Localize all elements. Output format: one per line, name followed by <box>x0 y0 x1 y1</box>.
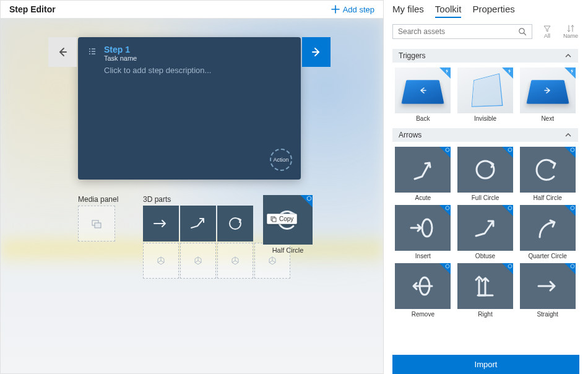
part-slot-empty[interactable] <box>217 243 253 279</box>
copy-icon <box>270 216 277 222</box>
arrow-left-icon <box>56 46 69 58</box>
section-arrows-title: Arrows <box>399 131 422 139</box>
media-panel-slot[interactable] <box>78 206 115 241</box>
asset-label: Insert <box>415 253 431 259</box>
search-filter-row: All Name <box>392 24 579 39</box>
next-step-button[interactable] <box>302 37 331 67</box>
asset-arrow-straight[interactable]: Straight <box>518 263 577 318</box>
asset-label: Next <box>541 115 554 122</box>
arrow-obtuse-icon <box>188 213 209 234</box>
arrow-right-icon <box>310 46 322 58</box>
filter-all-label: All <box>544 33 550 39</box>
asset-3d-badge <box>300 195 313 207</box>
section-triggers-header[interactable]: Triggers <box>392 49 578 63</box>
step-editor-panel: Step Editor Add step Step 1 Task name Cl… <box>0 0 384 374</box>
sort-name[interactable]: Name <box>562 24 579 39</box>
asset-trigger-next[interactable]: Next <box>518 67 577 122</box>
cube-icon <box>445 206 450 211</box>
cube-icon <box>508 206 512 211</box>
step-editor-header: Step Editor Add step <box>1 1 383 19</box>
search-input[interactable] <box>398 27 518 36</box>
cube-icon <box>508 147 512 152</box>
asset-arrow-quartercircle[interactable]: Quarter Circle <box>518 205 577 259</box>
cube-icon <box>306 196 312 201</box>
arrow-straight-icon <box>532 271 563 302</box>
cube-icon <box>445 264 450 269</box>
part-slot-empty[interactable] <box>143 243 179 279</box>
section-arrows-header[interactable]: Arrows <box>392 128 578 142</box>
step-editor-title: Step Editor <box>9 4 56 14</box>
asset-label: Half Circle <box>534 194 562 201</box>
arrow-right-angle-icon <box>470 271 501 302</box>
tab-toolkit[interactable]: Toolkit <box>435 4 462 18</box>
asset-label: Right <box>478 311 492 318</box>
search-icon[interactable] <box>518 27 527 36</box>
svg-point-5 <box>519 28 524 33</box>
asset-arrow-remove[interactable]: Remove <box>394 263 452 318</box>
dragged-asset[interactable]: Copy Half Circle <box>263 195 313 254</box>
asset-arrow-halfcircle[interactable]: Half Circle <box>518 147 577 201</box>
cube-icon <box>508 264 512 269</box>
part-tile-arrow-straight[interactable] <box>143 206 179 241</box>
step-card[interactable]: Step 1 Task name Click to add step descr… <box>78 37 301 180</box>
asset-trigger-back[interactable]: Back <box>394 67 452 122</box>
add-step-button[interactable]: Add step <box>331 5 374 14</box>
arrow-acute-icon <box>407 154 438 185</box>
chevron-up-icon <box>564 131 572 139</box>
cube-outline-icon <box>231 256 240 265</box>
arrow-right-icon <box>541 85 554 95</box>
assets-panel: My files Toolkit Properties All Name Tri… <box>384 0 588 374</box>
sections-scroll[interactable]: Triggers Back Invisible Next <box>392 49 579 355</box>
svg-point-7 <box>422 219 432 237</box>
asset-label: Straight <box>537 311 558 318</box>
asset-trigger-invisible[interactable]: Invisible <box>456 67 515 122</box>
asset-arrow-insert[interactable]: Insert <box>394 205 452 259</box>
arrow-straight-icon <box>150 213 171 234</box>
cube-icon <box>570 147 575 152</box>
previous-step-button[interactable] <box>48 37 77 67</box>
cube-icon <box>570 264 575 269</box>
cube-icon <box>570 206 575 211</box>
import-button-label: Import <box>475 360 498 369</box>
import-button[interactable]: Import <box>392 355 579 374</box>
step-description-input[interactable]: Click to add step description... <box>104 66 291 75</box>
action-badge-label: Action <box>273 157 288 163</box>
tab-properties[interactable]: Properties <box>472 4 514 18</box>
arrow-left-icon <box>417 85 430 95</box>
arrow-obtuse-icon <box>470 212 501 243</box>
asset-arrow-fullcircle[interactable]: Full Circle <box>456 147 515 201</box>
search-box[interactable] <box>392 24 532 39</box>
bolt-icon <box>444 69 449 74</box>
bolt-icon <box>569 69 574 74</box>
action-badge[interactable]: Action <box>270 149 292 171</box>
arrow-fullcircle-icon <box>470 154 501 185</box>
asset-label: Quarter Circle <box>529 253 567 259</box>
3d-parts-label: 3D parts <box>143 195 171 204</box>
step-canvas: Step 1 Task name Click to add step descr… <box>1 19 383 373</box>
arrow-remove-icon <box>407 271 438 302</box>
filter-all[interactable]: All <box>538 24 556 39</box>
step-title[interactable]: Step 1 <box>104 45 137 54</box>
tab-my-files[interactable]: My files <box>392 4 424 18</box>
part-tile-arrow-obtuse[interactable] <box>180 206 216 241</box>
media-panel-label: Media panel <box>78 195 118 204</box>
part-slot-empty[interactable] <box>180 243 216 279</box>
part-tile-arrow-fullcircle[interactable] <box>217 206 253 241</box>
asset-arrow-right[interactable]: Right <box>456 263 515 318</box>
3d-parts-row-filled <box>143 206 253 241</box>
add-step-label: Add step <box>343 5 374 14</box>
step-header-row: Step 1 Task name <box>88 45 291 62</box>
cube-outline-icon <box>268 256 277 265</box>
arrow-fullcircle-icon <box>225 213 246 234</box>
arrow-insert-icon <box>407 212 438 243</box>
arrow-halfcircle-icon <box>532 154 563 185</box>
asset-label: Full Circle <box>472 194 499 201</box>
dragged-asset-box: Copy <box>263 195 313 245</box>
asset-label: Obtuse <box>475 253 495 259</box>
asset-label: Invisible <box>474 115 496 122</box>
asset-arrow-obtuse[interactable]: Obtuse <box>456 205 515 259</box>
arrows-grid: Acute Full Circle Half Circle Insert <box>392 144 578 324</box>
asset-arrow-acute[interactable]: Acute <box>394 147 452 201</box>
wireframe-cube-icon <box>472 73 503 107</box>
bolt-icon <box>507 69 512 74</box>
